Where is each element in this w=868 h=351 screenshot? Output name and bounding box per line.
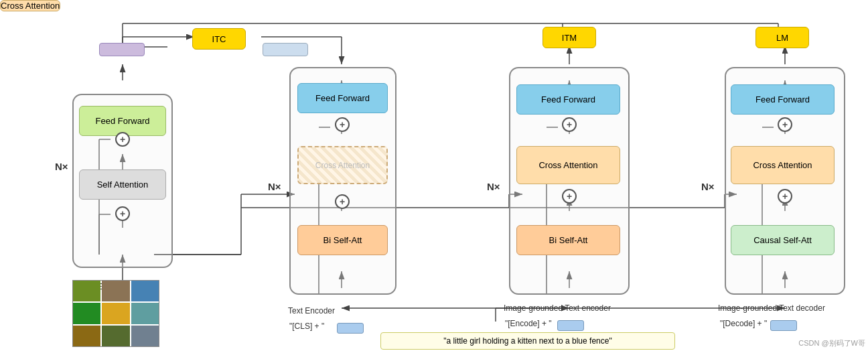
itm-box: ITM — [542, 27, 596, 48]
text-feature-itc — [263, 43, 308, 56]
itc-box: ITC — [192, 28, 246, 50]
itg-decoder-causal-self-att: Causal Self-Att — [731, 225, 835, 255]
itg-encoder-label: Image-grounded Text encoder — [504, 303, 611, 314]
itg-encoder-cross-attention: Cross Attention — [0, 0, 60, 11]
token-rect-te — [337, 323, 364, 334]
itg-decoder-cross-attention: Cross Attention — [731, 146, 835, 184]
sa-label-1: Self Attention — [97, 180, 149, 190]
nx-label-4: N× — [701, 181, 715, 192]
lm-label: LM — [776, 33, 788, 43]
caption-box: "a little girl holding a kitten next to … — [380, 332, 675, 350]
csa-label-4: Causal Self-Att — [753, 235, 812, 245]
watermark: CSDN @别码了W哥 — [798, 338, 865, 348]
token-rect-ite — [557, 320, 584, 331]
plus-circle-ie-ff: + — [115, 132, 130, 147]
itg-decoder-label: Image-grounded Text decoder — [718, 303, 825, 314]
itc-label: ITC — [212, 34, 226, 44]
ca-label-4: Cross Attention — [753, 160, 812, 170]
caption-text: "a little girl holding a kitten next to … — [443, 336, 611, 346]
nx-label-3: N× — [487, 181, 500, 192]
diagram-container: Feed Forward Self Attention + + N× Image… — [0, 0, 868, 351]
text-encoder-feed-forward: Feed Forward — [297, 83, 388, 113]
ff-label-2: Feed Forward — [315, 93, 370, 103]
bsa-label-3: Bi Self-Att — [549, 235, 588, 245]
itg-encoder-bi-self-att: Bi Self-Att — [516, 225, 620, 255]
text-encoder-label: Text Encoder — [288, 305, 335, 317]
itg-encoder-input-label: "[Encode] + " — [505, 319, 552, 328]
token-rect-itd — [770, 320, 797, 331]
ff-label-4: Feed Forward — [755, 94, 810, 104]
itg-encoder-feed-forward: Feed Forward — [516, 84, 620, 115]
text-encoder-bi-self-att: Bi Self-Att — [297, 225, 388, 255]
itg-decoder-feed-forward: Feed Forward — [731, 84, 835, 115]
text-encoder-cross-attention-disabled: Cross Attention — [297, 146, 388, 184]
itg-encoder-cross-attention-box: Cross Attention — [516, 146, 620, 184]
plus-circle-te-ca: + — [335, 194, 350, 209]
ca-label-3: Cross Attention — [1, 1, 60, 11]
image-encoder-photo — [72, 280, 159, 347]
plus-circle-itd-ca: + — [778, 189, 792, 204]
ca-label-2-disabled: Cross Attention — [315, 161, 370, 170]
plus-circle-ite-ca: + — [562, 189, 577, 204]
plus-circle-te-ff: + — [335, 117, 350, 132]
ff-label-1: Feed Forward — [96, 116, 150, 126]
plus-circle-ie-sa: + — [115, 206, 130, 221]
ca-label-3b: Cross Attention — [538, 160, 597, 170]
plus-circle-itd-ff: + — [778, 117, 792, 132]
text-encoder-input-label: "[CLS] + " — [289, 322, 324, 331]
itm-label: ITM — [562, 33, 577, 43]
plus-circle-ite-ff: + — [562, 117, 577, 132]
image-encoder-self-attention: Self Attention — [79, 169, 166, 200]
lm-box: LM — [755, 27, 809, 48]
nx-label-1: N× — [55, 161, 68, 172]
ff-label-3: Feed Forward — [541, 94, 595, 104]
itg-decoder-input-label: "[Decode] + " — [720, 319, 767, 328]
nx-label-2: N× — [268, 181, 281, 192]
image-feature-top — [99, 43, 145, 56]
bsa-label-2: Bi Self-Att — [323, 235, 362, 245]
